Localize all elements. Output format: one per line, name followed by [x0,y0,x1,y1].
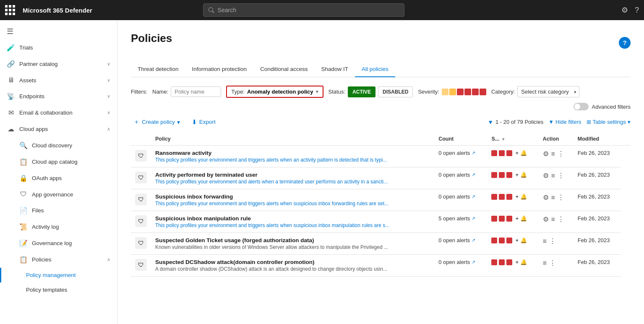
external-link-icon[interactable]: ↗ [472,194,475,199]
gear-icon[interactable]: ⚙ [543,150,549,158]
bell-icon[interactable]: 🔔 [520,150,527,156]
plus-icon[interactable]: + [515,215,519,222]
export-button[interactable]: ⬇ Export [189,117,218,128]
sidebar-item-activity-log[interactable]: 📜 Activity log [0,219,117,235]
severity-blocks[interactable] [442,89,486,95]
help-icon[interactable]: ? [635,6,639,15]
tab-shadow-it[interactable]: Shadow IT [314,62,355,77]
category-filter-select[interactable]: Select risk category [517,86,579,97]
sidebar-item-assets[interactable]: 🖥 Assets ∨ [0,72,117,88]
policy-name[interactable]: Suspected Golden Ticket usage (forged au… [155,237,430,243]
list-icon[interactable]: ≡ [543,238,547,245]
sidebar-item-oauth-apps[interactable]: 🔒 OAuth apps [0,170,117,186]
sidebar-item-policies[interactable]: 📋 Policies ∧ [0,251,117,268]
sidebar-hamburger[interactable]: ☰ [0,24,117,39]
toolbar-right: ▼ 1 - 20 of 79 Policies ▼ Hide filters ⊞… [488,119,631,125]
sidebar-item-cloud-apps[interactable]: ☁ Cloud apps ∧ [0,121,117,137]
severity-med2-block[interactable] [464,89,471,95]
sev-sq-2 [499,259,505,265]
list-icon[interactable]: ≡ [551,194,555,201]
sidebar-item-partner-catalog[interactable]: 🔗 Partner catalog ∨ [0,56,117,72]
severity-med-block[interactable] [457,89,464,95]
page-help-button[interactable]: ? [619,37,631,49]
bell-icon[interactable]: 🔔 [520,215,527,222]
more-icon[interactable]: ⋮ [558,193,564,201]
plus-icon[interactable]: + [515,172,519,178]
gear-icon[interactable]: ⚙ [543,215,549,223]
search-bar[interactable] [203,3,404,17]
severity-low-block[interactable] [442,89,448,95]
list-icon[interactable]: ≡ [551,216,555,223]
col-header-severity[interactable]: S... ▾ [487,133,538,146]
policy-name[interactable]: Suspicious inbox manipulation rule [155,215,430,222]
sev-sq-2 [499,216,505,222]
severity-high2-block[interactable] [480,89,486,95]
hide-filters-button[interactable]: ▼ Hide filters [548,119,581,125]
plus-icon[interactable]: + [515,150,519,156]
settings-icon[interactable]: ⚙ [621,5,628,15]
sidebar-item-governance-log[interactable]: 📝 Governance log [0,235,117,251]
sidebar-item-trials[interactable]: 🧪 Trials [0,39,117,56]
bell-icon[interactable]: 🔔 [520,237,527,243]
list-icon[interactable]: ≡ [551,150,555,158]
external-link-icon[interactable]: ↗ [472,172,475,178]
plus-icon[interactable]: + [515,259,519,265]
gear-icon[interactable]: ⚙ [543,172,549,180]
waffle-menu[interactable] [5,5,15,15]
sidebar-item-files[interactable]: 📄 Files [0,202,117,219]
sidebar-item-policy-management[interactable]: Policy management [0,268,117,282]
more-icon[interactable]: ⋮ [558,150,564,158]
sidebar-item-cloud-discovery[interactable]: 🔍 Cloud discovery [0,137,117,154]
tab-conditional-access[interactable]: Conditional access [253,62,314,77]
gear-icon[interactable]: ⚙ [543,193,549,201]
severity-low2-block[interactable] [449,89,456,95]
policy-name[interactable]: Ransomware activity [155,150,430,156]
external-link-icon[interactable]: ↗ [472,238,475,243]
policy-icon: 🛡 [135,237,147,249]
sidebar-item-cloud-app-catalog[interactable]: 📋 Cloud app catalog [0,154,117,170]
policy-name[interactable]: Suspicious inbox forwarding [155,193,430,200]
category-filter-wrap[interactable]: Select risk category [517,86,579,97]
create-policy-button[interactable]: ＋ Create policy ▾ [131,116,183,128]
policy-name[interactable]: Activity performed by terminated user [155,172,430,178]
list-icon[interactable]: ≡ [543,259,547,267]
external-link-icon[interactable]: ↗ [472,150,475,156]
external-link-icon[interactable]: ↗ [472,216,475,221]
topnav: Microsoft 365 Defender ⚙ ? [0,0,644,20]
search-input[interactable] [218,7,399,13]
tab-information-protection[interactable]: Information protection [185,62,254,77]
plus-icon[interactable]: + [515,193,519,200]
tab-all-policies[interactable]: All policies [355,62,395,77]
bell-icon[interactable]: 🔔 [520,172,527,178]
toggle-knob [574,104,580,110]
more-icon[interactable]: ⋮ [558,172,564,180]
name-filter-input[interactable] [171,86,221,97]
table-settings-button[interactable]: ⊞ Table settings ▾ [587,119,631,125]
sidebar-item-email-collaboration[interactable]: ✉ Email & collaboration ∨ [0,105,117,121]
advanced-filters-switch[interactable] [574,103,589,110]
policy-severity-cell: + 🔔 [487,233,538,255]
tab-threat-detection[interactable]: Threat detection [131,62,185,77]
policy-name-cell: Suspected Golden Ticket usage (forged au… [151,233,434,255]
oauth-apps-icon: 🔒 [19,174,28,182]
severity-high-block[interactable] [472,89,479,95]
type-filter-box[interactable]: Type: Anomaly detection policy ▾ [226,86,323,98]
status-active-button[interactable]: ACTIVE [348,86,375,97]
policy-name[interactable]: Suspected DCShadow attack(domain control… [155,259,430,265]
more-icon[interactable]: ⋮ [549,237,556,245]
plus-icon[interactable]: + [515,237,519,243]
policy-count-cell: 0 open alerts ↗ [434,189,487,211]
bell-icon[interactable]: 🔔 [520,259,527,265]
status-disabled-button[interactable]: DISABLED [378,86,413,97]
bell-icon[interactable]: 🔔 [520,193,527,200]
sidebar-item-policy-templates[interactable]: Policy templates [0,282,117,297]
external-link-icon[interactable]: ↗ [472,259,475,265]
policy-icon: 🛡 [135,193,147,205]
more-icon[interactable]: ⋮ [549,259,556,267]
more-icon[interactable]: ⋮ [558,215,564,223]
sidebar-item-app-governance[interactable]: 🛡 App governance [0,186,117,202]
policy-row-icon-cell: 🛡 [131,211,151,233]
list-icon[interactable]: ≡ [551,172,555,180]
sidebar-item-endpoints[interactable]: 📡 Endpoints ∨ [0,88,117,105]
count-value: 0 open alerts ↗ [438,193,483,200]
